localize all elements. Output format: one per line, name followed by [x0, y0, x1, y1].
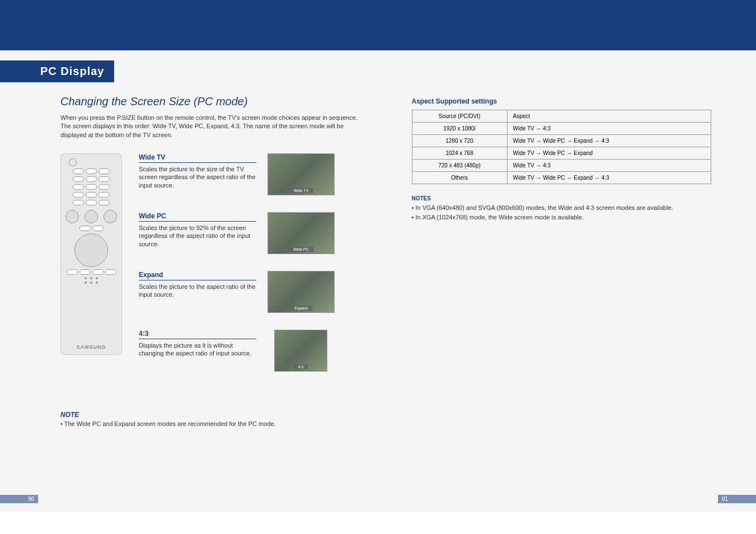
table-cell: 1024 x 768: [412, 147, 507, 160]
table-cell: Wide TV → Wide PC → Expand: [507, 147, 711, 160]
table-cell: 720 x 483 (480p): [412, 160, 507, 172]
mode-expand: Expand Scales the picture to the aspect …: [139, 271, 361, 313]
mode-desc: Displays the picture as it is without ch…: [139, 341, 256, 358]
mode-title: Expand: [139, 271, 256, 280]
thumb-label: Wide PC: [289, 247, 313, 252]
two-column-layout: SAMSUNG Wide TV Scales the picture to th…: [60, 153, 361, 388]
table-cell: Wide TV → 4:3: [507, 123, 711, 135]
mode-title: Wide PC: [139, 212, 256, 222]
mode-4-3: 4:3 Displays the picture as it is withou…: [139, 330, 361, 372]
page-subtitle: Changing the Screen Size (PC mode): [60, 95, 361, 108]
table-row: Others Wide TV → Wide PC → Expand → 4:3: [412, 172, 711, 184]
bottom-strip: [0, 512, 756, 534]
notes-bullet-item: • In VGA (640x480) and SVGA (800x600) mo…: [412, 203, 712, 213]
mode-title: Wide TV: [139, 153, 256, 163]
table-row: 720 x 483 (480p) Wide TV → 4:3: [412, 160, 711, 172]
mode-thumbnail-wide-pc: Wide PC: [267, 212, 335, 254]
modes-column: Wide TV Scales the picture to the size o…: [139, 153, 361, 388]
thumb-label: Wide TV: [289, 188, 313, 193]
note-bullet: • The Wide PC and Expand screen modes ar…: [60, 420, 361, 427]
thumb-label: 4:3: [294, 364, 308, 369]
page-number-right: 91: [718, 495, 756, 503]
top-blue-bar: [0, 0, 756, 50]
mode-desc: Scales the picture to 92% of the screen …: [139, 224, 256, 248]
mode-title: 4:3: [139, 330, 256, 339]
table-row: 1024 x 768 Wide TV → Wide PC → Expand: [412, 147, 711, 160]
aspect-heading: Aspect Supported settings: [412, 97, 712, 105]
table-header-row: Source (PC/DVI) Aspect: [412, 110, 711, 123]
page-number-left: 90: [0, 495, 38, 503]
thumb-label: Expand: [290, 306, 312, 311]
mode-desc: Scales the picture to the aspect ratio o…: [139, 283, 256, 299]
mode-wide-pc: Wide PC Scales the picture to 92% of the…: [139, 212, 361, 254]
table-cell: 1920 x 1080i: [412, 123, 507, 135]
table-cell: Others: [412, 172, 507, 184]
table-header-source: Source (PC/DVI): [412, 110, 507, 123]
intro-text: When you press the P.SIZE button on the …: [60, 114, 361, 139]
left-page: Changing the Screen Size (PC mode) When …: [0, 84, 378, 427]
section-tab: PC Display: [0, 60, 114, 82]
remote-brand-label: SAMSUNG: [76, 344, 106, 350]
note-section: NOTE • The Wide PC and Expand screen mod…: [60, 411, 361, 427]
mode-desc: Scales the picture to the size of the TV…: [139, 165, 256, 189]
remote-column: SAMSUNG: [60, 153, 128, 388]
table-cell: 1280 x 720: [412, 135, 507, 147]
table-header-aspect: Aspect: [507, 110, 711, 123]
mode-thumbnail-wide-tv: Wide TV: [267, 153, 335, 195]
notes-bullets: • In VGA (640x480) and SVGA (800x600) mo…: [412, 203, 712, 222]
aspect-table: Source (PC/DVI) Aspect 1920 x 1080i Wide…: [412, 110, 712, 184]
table-cell: Wide TV → 4:3: [507, 160, 711, 172]
notes-bullet-item: • In XGA (1024x768) mode, the Wide scree…: [412, 213, 712, 222]
mode-thumbnail-4-3: 4:3: [274, 330, 327, 372]
table-cell: Wide TV → Wide PC → Expand → 4:3: [507, 135, 711, 147]
table-cell: Wide TV → Wide PC → Expand → 4:3: [507, 172, 711, 184]
note-label: NOTE: [60, 411, 361, 419]
right-page: Aspect Supported settings Source (PC/DVI…: [378, 84, 757, 427]
mode-thumbnail-expand: Expand: [267, 271, 335, 313]
remote-control-image: SAMSUNG: [60, 153, 122, 355]
content-wrapper: Changing the Screen Size (PC mode) When …: [0, 84, 756, 427]
table-row: 1280 x 720 Wide TV → Wide PC → Expand → …: [412, 135, 711, 147]
table-row: 1920 x 1080i Wide TV → 4:3: [412, 123, 711, 135]
mode-wide-tv: Wide TV Scales the picture to the size o…: [139, 153, 361, 195]
notes-heading: NOTES: [412, 195, 712, 202]
